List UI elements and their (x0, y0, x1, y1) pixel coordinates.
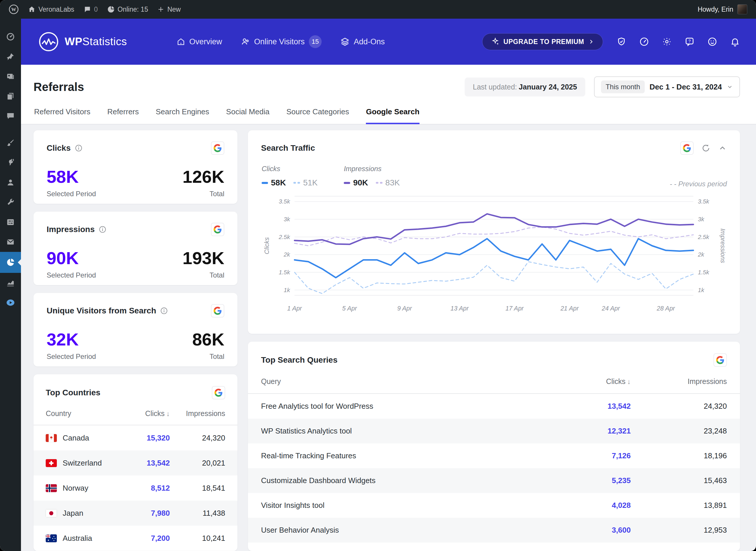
last-updated-badge: Last updated:January 24, 2025 (465, 78, 585, 96)
date-range-picker[interactable]: This month Dec 1 - Dec 31, 2024 (594, 76, 740, 97)
howdy-text[interactable]: Howdy, Erin (698, 6, 733, 13)
sort-desc-icon: ↓ (166, 410, 170, 418)
info-icon[interactable] (160, 307, 168, 315)
brand[interactable]: WPStatistics (38, 31, 127, 52)
svg-text:13 Apr: 13 Apr (450, 305, 469, 312)
sidebar-item-users[interactable] (0, 172, 21, 192)
wp-logo-button[interactable]: W (4, 0, 23, 19)
pages-icon (6, 92, 15, 101)
online-count: Online: 15 (118, 6, 148, 13)
dashboard-icon (6, 32, 15, 41)
svg-text:Impressions: Impressions (719, 228, 727, 263)
sidebar-item-plugins[interactable] (0, 153, 21, 172)
page-title: Referrals (34, 80, 84, 94)
sidebar-item-appearance[interactable] (0, 133, 21, 153)
info-icon[interactable] (99, 226, 106, 233)
sidebar-item-video[interactable] (0, 293, 21, 313)
impressions-metric-card: Impressions 90KSelected Period 193KTotal (34, 212, 237, 285)
site-name: VeronaLabs (38, 6, 74, 13)
clicks-metric-card: Clicks 58KSelected Period 126KTotal (34, 130, 237, 204)
previous-period-label: - - Previous period (670, 165, 727, 188)
media-icon (6, 72, 15, 81)
top-search-queries-title: Top Search Queries (261, 355, 337, 365)
gear-icon[interactable] (662, 37, 672, 47)
country-row: Norway 8,512 18,541 (34, 476, 237, 501)
wp-admin-bar: W VeronaLabs 0 Online: 15 New Howdy, Eri… (0, 0, 756, 19)
sidebar-item-statistics[interactable] (0, 252, 21, 273)
sidebar-item-analytics[interactable] (0, 273, 21, 293)
google-source-icon (211, 141, 224, 155)
svg-text:2k: 2k (698, 251, 705, 258)
nav-online-visitors[interactable]: Online Visitors 15 (241, 35, 322, 48)
nav-overview[interactable]: Overview (177, 37, 222, 46)
google-source-icon (211, 304, 224, 318)
flag-switzerland-icon (46, 459, 57, 467)
user-icon (6, 178, 15, 187)
online-visitors-indicator[interactable]: Online: 15 (103, 0, 153, 19)
sparkle-icon (491, 38, 499, 46)
svg-text:2k: 2k (283, 251, 290, 258)
tab-referrers[interactable]: Referrers (107, 107, 139, 124)
svg-text:5 Apr: 5 Apr (342, 305, 357, 312)
user-avatar[interactable] (737, 4, 747, 14)
tab-referred-visitors[interactable]: Referred Visitors (34, 107, 90, 124)
queries-sort-clicks[interactable]: Clicks↓ (555, 377, 631, 386)
wp-admin-sidebar (0, 19, 21, 551)
legend-impressions-previous[interactable]: 83K (376, 178, 400, 187)
pie-icon (107, 6, 115, 13)
svg-text:3k: 3k (698, 216, 705, 222)
sidebar-item-mail[interactable] (0, 232, 21, 252)
countries-sort-clicks[interactable]: Clicks↓ (126, 409, 170, 418)
tab-social-media[interactable]: Social Media (226, 107, 269, 124)
nav-add-ons[interactable]: Add-Ons (340, 37, 385, 46)
clicks-total-value: 126K (183, 168, 224, 186)
upgrade-to-premium-button[interactable]: UPGRADE TO PREMIUM (482, 33, 603, 50)
svg-text:24 Apr: 24 Apr (602, 305, 620, 312)
privacy-audit-icon[interactable] (616, 37, 626, 47)
play-icon (6, 298, 15, 307)
legend-impressions-current[interactable]: 90K (344, 178, 368, 187)
tab-search-engines[interactable]: Search Engines (156, 107, 209, 124)
tab-source-categories[interactable]: Source Categories (286, 107, 349, 124)
refresh-icon[interactable] (701, 143, 711, 153)
new-content-button[interactable]: New (153, 0, 185, 19)
sidebar-item-comments[interactable] (0, 106, 21, 126)
series-impressions-current (295, 214, 693, 244)
flag-japan-icon (46, 509, 57, 517)
optimization-gauge-icon[interactable] (639, 37, 649, 47)
help-icon[interactable]: ? (685, 37, 695, 47)
country-row: Australia 7,200 10,241 (34, 526, 237, 551)
sidebar-item-tools[interactable] (0, 192, 21, 212)
wordpress-icon: W (9, 4, 19, 14)
active-menu-arrow (18, 259, 21, 265)
pin-icon (6, 52, 15, 61)
last-updated-date: January 24, 2025 (519, 83, 577, 91)
flag-norway-icon (46, 484, 57, 492)
comments-button[interactable]: 0 (79, 0, 103, 19)
query-row: User Behavior Analysis 3,600 12,953 (248, 518, 740, 543)
sidebar-item-settings[interactable] (0, 212, 21, 232)
page-header: Referrals Last updated:January 24, 2025 … (21, 65, 756, 124)
notifications-bell-icon[interactable] (730, 37, 740, 47)
sidebar-item-posts[interactable] (0, 47, 21, 66)
country-row: Canada 15,320 24,320 (34, 425, 237, 450)
search-traffic-chart[interactable]: 1k1k1.5k1.5k2k2k2.5k2.5k3k3k3.5k3.5kClic… (261, 191, 727, 325)
app-window: W VeronaLabs 0 Online: 15 New Howdy, Eri… (0, 0, 756, 551)
range-preset-chip: This month (601, 80, 645, 93)
info-icon[interactable] (75, 144, 82, 152)
legend-clicks-previous[interactable]: 51K (293, 178, 318, 187)
svg-text:1 Apr: 1 Apr (287, 305, 302, 312)
tab-google-search[interactable]: Google Search (366, 107, 420, 124)
sidebar-item-media[interactable] (0, 66, 21, 86)
svg-text:2.5k: 2.5k (698, 233, 710, 240)
site-name-link[interactable]: VeronaLabs (23, 0, 79, 19)
svg-text:28 Apr: 28 Apr (656, 305, 675, 312)
sidebar-item-pages[interactable] (0, 86, 21, 106)
sidebar-item-dashboard[interactable] (0, 27, 21, 47)
legend-clicks-current[interactable]: 58K (262, 178, 286, 187)
collapse-chevron-up-icon[interactable] (718, 144, 727, 152)
unique-total-value: 86K (192, 331, 224, 349)
feedback-smiley-icon[interactable] (707, 37, 717, 47)
query-row: Free Analytics tool for WordPress 13,542… (248, 394, 740, 419)
mail-icon (6, 237, 15, 246)
